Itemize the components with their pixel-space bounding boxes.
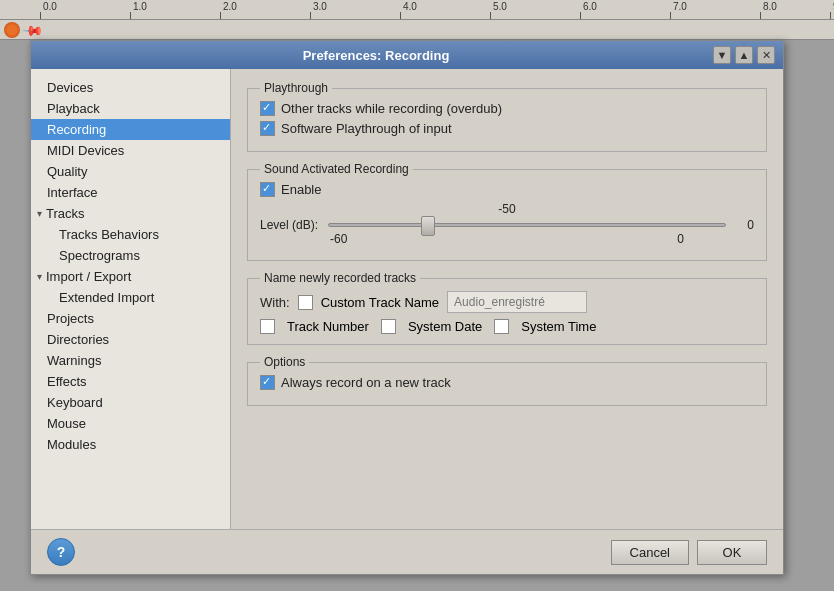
overdub-checkbox[interactable] (260, 101, 275, 116)
with-label: With: (260, 295, 290, 310)
enable-row: Enable (260, 182, 754, 197)
ruler-tick: 2.0 (220, 0, 221, 20)
system-date-label: System Date (408, 319, 482, 334)
ruler-tick: 6.0 (580, 0, 581, 20)
minimize-button[interactable]: ▲ (735, 46, 753, 64)
slider-min-label: -60 (330, 232, 347, 246)
software-playthrough-row: Software Playthrough of input (260, 121, 754, 136)
close-button[interactable]: ✕ (757, 46, 775, 64)
options-legend: Options (260, 355, 309, 369)
new-track-row: Always record on a new track (260, 375, 754, 390)
dialog-titlebar: Preferences: Recording ▼ ▲ ✕ (31, 41, 783, 69)
extra-checkboxes-row: Track Number System Date System Time (260, 319, 754, 334)
sidebar-item-warnings[interactable]: Warnings (31, 350, 230, 371)
sound-activated-section: Sound Activated Recording Enable -50 Lev… (247, 162, 767, 261)
sidebar-collapse-import-export[interactable]: ▾ Import / Export (31, 266, 230, 287)
new-track-label: Always record on a new track (281, 375, 451, 390)
options-section: Options Always record on a new track (247, 355, 767, 406)
sidebar-item-modules[interactable]: Modules (31, 434, 230, 455)
enable-checkbox[interactable] (260, 182, 275, 197)
software-playthrough-checkbox[interactable] (260, 121, 275, 136)
sidebar-collapse-tracks[interactable]: ▾ Tracks (31, 203, 230, 224)
overdub-label: Other tracks while recording (overdub) (281, 101, 502, 116)
sidebar-item-devices[interactable]: Devices (31, 77, 230, 98)
sidebar-item-playback[interactable]: Playback (31, 98, 230, 119)
ruler-tick: 3.0 (310, 0, 311, 20)
footer-right-buttons: Cancel OK (611, 540, 767, 565)
custom-track-name-label: Custom Track Name (321, 295, 439, 310)
ruler: 0.01.02.03.04.05.06.07.08.09.0 (0, 0, 834, 20)
ruler-tick: 9.0 (830, 0, 831, 20)
slider-track[interactable] (328, 223, 726, 227)
system-time-checkbox[interactable] (494, 319, 509, 334)
sidebar-item-effects[interactable]: Effects (31, 371, 230, 392)
ruler-tick: 1.0 (130, 0, 131, 20)
sidebar-item-midi-devices[interactable]: MIDI Devices (31, 140, 230, 161)
slider-thumb[interactable] (421, 216, 435, 236)
sidebar-item-quality[interactable]: Quality (31, 161, 230, 182)
system-date-checkbox[interactable] (381, 319, 396, 334)
sidebar-item-tracks-label: Tracks (46, 206, 85, 221)
sidebar-item-tracks-behaviors[interactable]: Tracks Behaviors (31, 224, 230, 245)
track-name-input[interactable] (447, 291, 587, 313)
playthrough-legend: Playthrough (260, 81, 332, 95)
ruler-tick: 7.0 (670, 0, 671, 20)
titlebar-right-icons[interactable]: ▼ ▲ ✕ (713, 46, 775, 64)
sidebar-item-projects[interactable]: Projects (31, 308, 230, 329)
level-slider-container: -50 Level (dB): 0 -60 0 (260, 202, 754, 246)
sidebar-item-spectrograms[interactable]: Spectrograms (31, 245, 230, 266)
enable-label: Enable (281, 182, 321, 197)
slider-max-label-bottom: 0 (677, 232, 684, 246)
sidebar-item-recording[interactable]: Recording (31, 119, 230, 140)
pin-icon: 📌 (21, 18, 44, 41)
track-number-checkbox[interactable] (260, 319, 275, 334)
custom-track-name-checkbox[interactable] (298, 295, 313, 310)
sidebar-item-interface[interactable]: Interface (31, 182, 230, 203)
sound-activated-legend: Sound Activated Recording (260, 162, 413, 176)
slider-value-row: -50 (260, 202, 754, 216)
ruler-tick: 0.0 (40, 0, 41, 20)
system-time-label: System Time (521, 319, 596, 334)
with-row: With: Custom Track Name (260, 291, 754, 313)
overdub-row: Other tracks while recording (overdub) (260, 101, 754, 116)
tracks-collapse-arrow: ▾ (37, 208, 42, 219)
dialog-body: Devices Playback Recording MIDI Devices … (31, 69, 783, 529)
preferences-dialog: Preferences: Recording ▼ ▲ ✕ Devices Pla… (30, 40, 784, 575)
cancel-button[interactable]: Cancel (611, 540, 689, 565)
name-tracks-legend: Name newly recorded tracks (260, 271, 420, 285)
sidebar-item-mouse[interactable]: Mouse (31, 413, 230, 434)
name-tracks-section: Name newly recorded tracks With: Custom … (247, 271, 767, 345)
track-number-label: Track Number (287, 319, 369, 334)
dialog-footer: ? Cancel OK (31, 529, 783, 574)
sidebar-item-directories[interactable]: Directories (31, 329, 230, 350)
dialog-title: Preferences: Recording (39, 48, 713, 63)
sidebar: Devices Playback Recording MIDI Devices … (31, 69, 231, 529)
main-content: Playthrough Other tracks while recording… (231, 69, 783, 529)
sidebar-item-keyboard[interactable]: Keyboard (31, 392, 230, 413)
level-db-label: Level (dB): (260, 218, 320, 232)
sidebar-item-extended-import[interactable]: Extended Import (31, 287, 230, 308)
slider-current-value: -50 (498, 202, 515, 216)
dropdown-button[interactable]: ▼ (713, 46, 731, 64)
ruler-tick: 5.0 (490, 0, 491, 20)
ok-button[interactable]: OK (697, 540, 767, 565)
sidebar-item-import-export-label: Import / Export (46, 269, 131, 284)
software-playthrough-label: Software Playthrough of input (281, 121, 452, 136)
new-track-checkbox[interactable] (260, 375, 275, 390)
ruler-marks: 0.01.02.03.04.05.06.07.08.09.0 (0, 0, 834, 19)
audacity-icon (4, 22, 20, 38)
import-export-collapse-arrow: ▾ (37, 271, 42, 282)
ruler-tick: 8.0 (760, 0, 761, 20)
slider-range-row: -60 0 (260, 232, 754, 246)
slider-max-label: 0 (734, 218, 754, 232)
top-bar: 📌 (0, 20, 834, 40)
help-button[interactable]: ? (47, 538, 75, 566)
slider-wrapper: Level (dB): 0 (260, 218, 754, 232)
playthrough-section: Playthrough Other tracks while recording… (247, 81, 767, 152)
ruler-tick: 4.0 (400, 0, 401, 20)
